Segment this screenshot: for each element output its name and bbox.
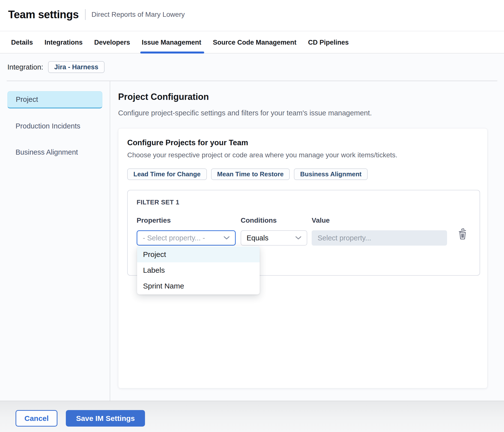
page-title: Team settings [8,8,79,21]
condition-select-value: Equals [247,234,269,242]
condition-select[interactable]: Equals [241,230,307,246]
cancel-button[interactable]: Cancel [16,410,57,427]
column-label-value: Value [312,216,447,224]
save-im-settings-button[interactable]: Save IM Settings [66,410,145,427]
value-input[interactable] [312,230,447,246]
property-select[interactable]: - Select property... - [137,230,236,246]
trash-icon [458,228,467,240]
dropdown-option-labels[interactable]: Labels [137,262,260,278]
column-label-conditions: Conditions [241,216,307,224]
sidebar-item-project[interactable]: Project [7,91,102,108]
chip-lead-time-for-change[interactable]: Lead Time for Change [127,168,207,180]
chevron-down-icon [295,236,301,240]
dropdown-option-sprint-name[interactable]: Sprint Name [137,278,260,294]
chip-business-alignment[interactable]: Business Alignment [294,168,368,180]
section-description: Configure project-specific settings and … [118,109,488,117]
footer-action-bar: Cancel Save IM Settings [0,401,504,432]
page-header: Team settings Direct Reports of Mary Low… [0,0,504,31]
filter-set-title: FILTER SET 1 [137,198,471,206]
delete-filter-button[interactable] [458,228,467,240]
filter-set-1: FILTER SET 1 Properties - Select propert… [127,190,480,276]
chevron-down-icon [224,236,230,240]
card-subtitle: Choose your respective project or code a… [127,151,478,159]
column-label-properties: Properties [137,216,236,224]
property-dropdown: Project Labels Sprint Name [137,246,260,294]
integration-row: Integration: Jira - Harness [0,54,504,81]
integration-label: Integration: [7,61,43,73]
section-title: Project Configuration [118,92,488,102]
tab-issue-management[interactable]: Issue Management [142,31,201,53]
integration-chip[interactable]: Jira - Harness [48,61,105,73]
team-settings-page: Team settings Direct Reports of Mary Low… [0,0,504,432]
configure-projects-card: Configure Projects for your Team Choose … [118,128,487,388]
sidebar: Project Production Incidents Business Al… [0,81,110,401]
page-subtitle: Direct Reports of Mary Lowery [91,11,185,18]
chip-mean-time-to-restore[interactable]: Mean Time to Restore [211,168,290,180]
title-divider [85,9,86,20]
content-area: Project Production Incidents Business Al… [0,81,504,401]
tab-cd-pipelines[interactable]: CD Pipelines [308,31,349,53]
sidebar-item-production-incidents[interactable]: Production Incidents [7,117,102,135]
tab-developers[interactable]: Developers [94,31,130,53]
tab-bar: Details Integrations Developers Issue Ma… [0,31,504,54]
main-panel: Project Configuration Configure project-… [110,81,504,401]
tab-source-code-management[interactable]: Source Code Management [213,31,296,53]
sidebar-item-business-alignment[interactable]: Business Alignment [7,144,102,161]
dropdown-option-project[interactable]: Project [137,247,260,262]
property-select-value: - Select property... - [143,234,205,242]
tab-integrations[interactable]: Integrations [45,31,83,53]
card-title: Configure Projects for your Team [127,138,478,147]
tab-details[interactable]: Details [11,31,33,53]
metric-chip-row: Lead Time for Change Mean Time to Restor… [127,168,478,180]
